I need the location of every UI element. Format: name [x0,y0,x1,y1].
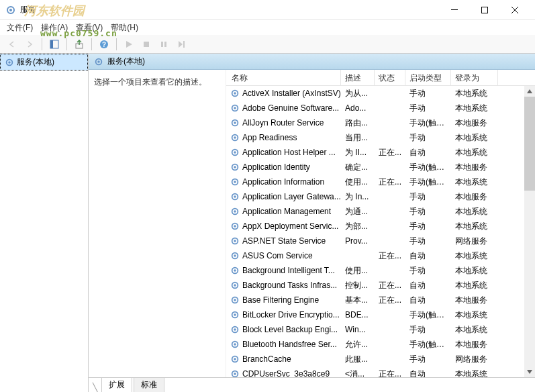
service-row[interactable]: Application Host Helper ...为 II...正在...自… [226,145,535,160]
service-row[interactable]: Application Layer Gatewa...为 In...手动本地服务 [226,189,535,204]
col-header-status[interactable]: 状态 [375,70,405,85]
cell-status [375,328,405,331]
service-row[interactable]: Application Management为通...手动本地系统 [226,204,535,219]
svg-point-50 [234,328,236,331]
window-controls [439,0,530,20]
maximize-button[interactable] [469,0,499,20]
cell-startup: 自动 [405,249,451,263]
cell-startup: 自动 [405,279,451,293]
cell-status [375,358,405,360]
cell-status: 正在... [375,146,405,160]
svg-rect-9 [144,42,149,47]
service-icon [230,133,240,142]
service-row[interactable]: BranchCache此服...手动网络服务 [226,352,535,366]
service-row[interactable]: ASP.NET State ServiceProv...手动网络服务 [226,234,535,248]
tab-decoration: ╲ [93,383,97,392]
tab-standard[interactable]: 标准 [134,377,164,392]
description-text: 选择一个项目来查看它的描述。 [94,77,220,88]
col-header-desc[interactable]: 描述 [341,70,375,85]
cell-name: Bluetooth Handsfree Ser... [226,338,341,350]
menu-file[interactable]: 文件(F) [3,21,37,35]
separator [42,38,42,50]
cell-desc: <消... [341,367,375,378]
cell-logon: 网络服务 [451,352,498,366]
service-icon [230,89,240,98]
cell-logon: 本地系统 [451,101,498,115]
help-button[interactable]: ? [96,37,112,52]
service-icon [230,310,240,320]
service-row[interactable]: Base Filtering Engine基本...正在...自动本地服务 [226,293,535,307]
cell-name: Application Information [226,176,341,188]
service-row[interactable]: ActiveX Installer (AxInstSV)为从...手动本地系统 [226,86,535,101]
cell-status: 正在... [375,367,405,378]
tree-panel: 服务(本地) [0,54,89,392]
cell-logon: 本地系统 [451,219,498,234]
scroll-track[interactable] [524,97,535,366]
svg-point-54 [234,358,236,360]
app-icon [5,5,16,15]
service-row[interactable]: Application Information使用...正在...手动(触发..… [226,175,535,189]
scroll-up-button[interactable] [524,86,535,97]
service-row[interactable]: AllJoyn Router Service路由...手动(触发...本地服务 [226,115,535,130]
cell-desc: 基本... [341,293,375,307]
col-header-name[interactable]: 名称 [226,70,341,85]
service-row[interactable]: App Readiness当用...手动本地系统 [226,130,535,145]
service-icon [230,369,240,377]
col-header-startup[interactable]: 启动类型 [405,70,451,85]
cell-desc: 此服... [341,352,375,366]
scroll-down-button[interactable] [524,366,535,377]
col-header-logon[interactable]: 登录为 [451,70,498,85]
list-body[interactable]: ActiveX Installer (AxInstSV)为从...手动本地系统A… [226,86,535,377]
svg-point-26 [234,151,236,154]
service-row[interactable]: CDPUserSvc_3e3a8ce9<消...正在...自动本地系统 [226,366,535,377]
service-row[interactable]: Block Level Backup Engi...Win...手动本地系统 [226,322,535,337]
back-button [4,37,20,52]
service-icon [230,103,240,113]
service-row[interactable]: ASUS Com Service正在...自动本地系统 [226,248,535,263]
services-icon [5,58,14,67]
separator [91,38,92,50]
cell-logon: 本地系统 [451,146,498,160]
cell-logon: 本地系统 [451,264,498,278]
content-title: 服务(本地) [107,56,145,67]
service-row[interactable]: Background Tasks Infras...控制...正在...自动本地… [226,278,535,293]
export-button[interactable] [71,37,87,52]
cell-desc: 控制... [341,279,375,293]
close-button[interactable] [499,0,530,20]
tab-extended[interactable]: 扩展 [101,377,132,392]
cell-desc: 为部... [341,219,375,234]
service-row[interactable]: Bluetooth Handsfree Ser...允许...手动(触发...本… [226,337,535,352]
pause-button [156,37,172,52]
svg-rect-11 [164,42,166,47]
cell-logon: 本地服务 [451,160,498,175]
service-row[interactable]: AppX Deployment Servic...为部...手动本地系统 [226,219,535,234]
scrollbar[interactable] [524,86,535,377]
cell-startup: 手动 [405,234,451,248]
cell-logon: 本地系统 [451,131,498,145]
svg-point-18 [234,92,236,95]
service-row[interactable]: Background Intelligent T...使用...手动本地系统 [226,263,535,278]
service-row[interactable]: Adobe Genuine Software...Ado...手动本地系统 [226,101,535,115]
service-icon [230,162,240,172]
separator [66,38,67,50]
cell-desc: 为从... [341,87,375,101]
minimize-button[interactable] [439,0,469,20]
service-row[interactable]: BitLocker Drive Encryptio...BDE...手动(触发.… [226,307,535,322]
cell-logon: 本地服务 [451,190,498,204]
scroll-thumb[interactable] [524,97,535,191]
cell-desc: 使用... [341,175,375,189]
cell-name: Application Management [226,205,341,217]
service-icon [230,340,240,349]
forward-button [21,37,38,52]
cell-status: 正在... [375,279,405,293]
restart-button [173,37,189,52]
svg-rect-12 [183,41,185,48]
tree-root[interactable]: 服务(本地) [0,54,88,70]
show-hide-button[interactable] [46,37,62,52]
cell-status [375,107,405,109]
cell-logon: 本地系统 [451,367,498,378]
cell-status [375,136,405,139]
svg-point-36 [234,225,236,228]
service-icon [230,251,240,260]
service-row[interactable]: Application Identity确定...手动(触发...本地服务 [226,160,535,175]
